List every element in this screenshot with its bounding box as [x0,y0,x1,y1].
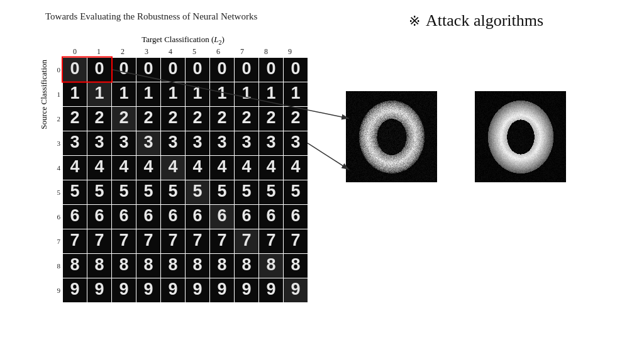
cell-r7-c8 [259,229,283,253]
target-classification-label: Target Classification (L2) [58,35,308,46]
col-header-8: 8 [254,47,278,57]
cell-r9-c7 [235,278,258,302]
cell-r3-c9 [284,131,308,155]
cell-r1-c9 [284,82,308,106]
cell-r7-c4 [161,229,185,253]
col-header-1: 1 [87,47,111,57]
cell-r5-c2 [112,180,136,204]
row-header-6: 6 [50,213,63,221]
grid-row-2: 2 [50,107,308,131]
cell-r9-c3 [136,278,160,302]
cell-r2-c2 [112,107,136,131]
cell-r7-c2 [112,229,136,253]
cell-r4-c6 [210,156,234,180]
row-header-4: 4 [50,164,63,172]
row-header-0: 0 [50,66,63,74]
cell-r2-c4 [161,107,185,131]
cell-r3-c5 [186,131,209,155]
cell-r9-c1 [87,278,111,302]
cell-r3-c4 [161,131,185,155]
grid-row-5: 5 [50,180,308,204]
cell-r9-c2 [112,278,136,302]
row-header-7: 7 [50,238,63,245]
row-header-1: 1 [50,90,63,98]
cell-r5-c3 [136,180,160,204]
source-classification-label: Source Classification [38,60,50,129]
svg-line-2 [308,143,349,170]
cell-r0-c0 [63,58,87,82]
cell-r7-c0 [63,229,87,253]
row-header-2: 2 [50,115,63,123]
cell-r7-c3 [136,229,160,253]
cell-r9-c5 [186,278,209,302]
cell-r2-c7 [235,107,258,131]
cell-r2-c3 [136,107,160,131]
cell-r3-c0 [63,131,87,155]
cell-r1-c6 [210,82,234,106]
cell-r3-c2 [112,131,136,155]
cell-r6-c5 [186,205,209,229]
grid-row-9: 9 [50,278,308,302]
cell-r2-c5 [186,107,209,131]
cell-r4-c8 [259,156,283,180]
cell-r3-c3 [136,131,160,155]
cell-r0-c3 [136,58,160,82]
cell-r8-c0 [63,254,87,278]
cell-r6-c8 [259,205,283,229]
cell-r4-c9 [284,156,308,180]
cell-r9-c6 [210,278,234,302]
cell-r6-c7 [235,205,258,229]
cell-r8-c8 [259,254,283,278]
cell-r4-c2 [112,156,136,180]
grid-row-6: 6 [50,205,308,229]
cell-r7-c9 [284,229,308,253]
cell-r7-c1 [87,229,111,253]
cell-r6-c9 [284,205,308,229]
grid-row-3: 3 [50,131,308,155]
cell-r8-c9 [284,254,308,278]
cell-r1-c7 [235,82,258,106]
cell-r2-c9 [284,107,308,131]
cell-r2-c1 [87,107,111,131]
page-title: Towards Evaluating the Robustness of Neu… [45,11,257,22]
cell-r6-c1 [87,205,111,229]
cell-r8-c3 [136,254,160,278]
col-header-9: 9 [278,47,302,57]
cell-r3-c1 [87,131,111,155]
col-header-6: 6 [206,47,230,57]
cell-r5-c1 [87,180,111,204]
cell-r5-c5 [186,180,209,204]
col-header-5: 5 [182,47,206,57]
cell-r0-c9 [284,58,308,82]
cell-r6-c6 [210,205,234,229]
cell-r1-c3 [136,82,160,106]
cell-r0-c5 [186,58,209,82]
cell-r0-c4 [161,58,185,82]
cell-r7-c6 [210,229,234,253]
cell-r0-c8 [259,58,283,82]
cell-r2-c8 [259,107,283,131]
col-header-4: 4 [158,47,182,57]
col-header-7: 7 [230,47,254,57]
attack-title: ※ Attack algorithms [409,11,543,30]
cell-r1-c2 [112,82,136,106]
cell-r8-c4 [161,254,185,278]
grid-row-4: 4 [50,156,308,180]
cell-r8-c6 [210,254,234,278]
cell-r8-c7 [235,254,258,278]
cell-r5-c9 [284,180,308,204]
attack-symbol: ※ [409,13,420,29]
cell-r3-c7 [235,131,258,155]
cell-r2-c6 [210,107,234,131]
grid-row-0: 0 [50,58,308,82]
cell-r4-c0 [63,156,87,180]
cell-r5-c7 [235,180,258,204]
row-header-3: 3 [50,140,63,147]
row-header-5: 5 [50,189,63,196]
cell-r5-c8 [259,180,283,204]
grid-row-7: 7 [50,229,308,253]
cell-r9-c8 [259,278,283,302]
cell-r7-c7 [235,229,258,253]
zoomed-image-original [475,91,566,182]
col-header-0: 0 [63,47,87,57]
